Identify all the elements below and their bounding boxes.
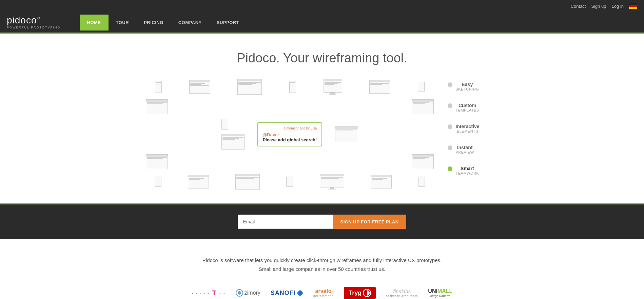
comment-user: Lisa xyxy=(311,126,317,130)
monitor-thumb xyxy=(324,79,342,93)
nav-company[interactable]: COMPANY xyxy=(171,15,209,31)
feature-text-custom: Custom TEMPLATES xyxy=(456,103,479,112)
wf-thumb-r5c xyxy=(235,174,260,190)
unimall-mall: MALL xyxy=(437,288,452,294)
about-text-1: Pidoco is software that lets you quickly… xyxy=(202,257,442,263)
wf-thumb xyxy=(369,80,390,94)
comment-meta: a moment ago by Lisa xyxy=(263,126,317,130)
top-bar: Contact Sign up Log in xyxy=(0,0,644,12)
laptop-row4-left xyxy=(146,154,168,169)
wf-thumb xyxy=(237,79,262,95)
logo-text: pidoco° xyxy=(7,16,61,25)
laptop-row2-right xyxy=(412,99,434,114)
logo-arvato: arvato Bertelsmann xyxy=(313,288,334,298)
wf-thumb-r5f xyxy=(371,175,392,188)
nav-support[interactable]: SUPPORT xyxy=(209,15,247,31)
laptop-row4-right xyxy=(412,154,434,169)
wf-thumb-r5d xyxy=(286,177,293,187)
about-text-2: Small and large companies in over 50 cou… xyxy=(259,266,386,272)
feature-sub-custom: TEMPLATES xyxy=(456,108,479,112)
mobile-r5-3 xyxy=(418,177,425,187)
wf-thumb xyxy=(418,82,425,92)
wf-thumb-r5g xyxy=(418,177,425,187)
signup-button[interactable]: SIGN UP FOR FREE PLAN xyxy=(333,215,406,229)
feature-sub-easy: SKETCHING xyxy=(456,87,479,91)
feature-title-easy: Easy xyxy=(456,82,479,87)
arvato-sub: Bertelsmann xyxy=(313,294,334,298)
laptop-left-bottom xyxy=(221,134,245,150)
feature-custom: Custom TEMPLATES xyxy=(448,100,502,121)
signup-link[interactable]: Sign up xyxy=(591,4,606,9)
laptop-r5 xyxy=(188,175,209,188)
cta-section: SIGN UP FOR FREE PLAN xyxy=(0,204,644,239)
feature-sub-interactive: ELEMENTS xyxy=(456,129,480,133)
sanofi-icon: 🔵 xyxy=(297,290,303,296)
tryg-icon-svg xyxy=(364,290,370,296)
login-link[interactable]: Log in xyxy=(612,4,624,9)
feature-text-instant: Instant PREVIEW xyxy=(456,145,474,154)
feature-smart: Smart TEAMWORK xyxy=(448,163,502,178)
wf-thumb xyxy=(289,81,296,93)
laptop-right-top xyxy=(335,126,358,142)
logo-subtitle: POWERFUL PROTOTYPING xyxy=(7,26,61,29)
email-input[interactable] xyxy=(238,215,333,229)
feature-dot-instant xyxy=(448,145,452,150)
logos-row: · · · · · T · · zimory SANOFI 🔵 arvato B… xyxy=(183,287,461,299)
logo-finnlabs: finnlabs software architects xyxy=(386,288,418,298)
hero-content: a moment ago by Lisa @Dave: Please add g… xyxy=(136,76,509,193)
mobile-r5-2 xyxy=(286,177,293,187)
wf-thumb xyxy=(189,80,210,94)
tryg-text: Tryg xyxy=(349,290,362,297)
language-flag[interactable] xyxy=(629,3,637,9)
features-list: Easy SKETCHING Custom TEMPLATES xyxy=(448,76,502,178)
feature-instant: Instant PREVIEW xyxy=(448,142,502,163)
logo-name: pidoco xyxy=(7,15,37,25)
wf-thumb-r5 xyxy=(155,177,161,187)
feature-easy: Easy SKETCHING xyxy=(448,79,502,100)
hero-section: Pidoco. Your wireframing tool. xyxy=(0,34,644,203)
contact-link[interactable]: Contact xyxy=(571,4,586,9)
mobile-left-top xyxy=(221,119,228,130)
wf-thumb-r5e xyxy=(320,174,344,190)
comment-author: @Dave: xyxy=(263,132,317,137)
laptop-thumb-large xyxy=(237,79,262,95)
feature-dot-smart xyxy=(448,166,452,171)
zimory-label: zimory xyxy=(245,290,260,296)
sanofi-label: SANOFI xyxy=(271,290,296,297)
feature-title-instant: Instant xyxy=(456,145,474,150)
wf-thumb-r5b xyxy=(188,175,209,188)
finnlabs-sub: software architects xyxy=(386,294,418,298)
logo-zimory: zimory xyxy=(236,289,260,297)
feature-dot-easy xyxy=(448,82,452,87)
nav-links: HOME TOUR PRICING COMPANY SUPPORT xyxy=(80,15,247,31)
mobile-thumb xyxy=(155,81,162,93)
nav-tour[interactable]: TOUR xyxy=(109,15,137,31)
nav-home[interactable]: HOME xyxy=(80,15,109,31)
feature-title-interactive: Interactive xyxy=(456,124,480,129)
comment-text: Please add global search! xyxy=(263,137,317,142)
laptop-r5-2 xyxy=(371,175,392,188)
monitor-r5 xyxy=(320,174,344,187)
comment-meta-text: a moment ago by xyxy=(284,126,311,130)
feature-sub-instant: PREVIEW xyxy=(456,150,474,154)
unimall-sub: kluge Rabatte xyxy=(428,294,452,298)
arvato-label: arvato xyxy=(313,288,334,294)
laptop-thumb xyxy=(189,80,210,94)
hero-title: Pidoco. Your wireframing tool. xyxy=(237,51,407,65)
feature-title-smart: Smart xyxy=(456,166,479,171)
nav-pricing[interactable]: PRICING xyxy=(136,15,171,31)
comment-bubble: a moment ago by Lisa @Dave: Please add g… xyxy=(257,122,323,146)
logo-dot: ° xyxy=(37,15,41,25)
logo-tryg: Tryg xyxy=(344,287,376,299)
screens-grid: a moment ago by Lisa @Dave: Please add g… xyxy=(142,76,437,193)
mobile-r5 xyxy=(155,177,161,187)
logo[interactable]: pidoco° POWERFUL PROTOTYPING xyxy=(3,12,66,33)
screen-row-4 xyxy=(142,154,437,169)
mobile-thumb-2 xyxy=(289,81,296,93)
laptop-thumb-3 xyxy=(369,80,390,94)
laptop-row2 xyxy=(146,99,168,114)
mobile-thumb-3 xyxy=(418,82,425,92)
feature-sub-smart: TEAMWORK xyxy=(456,171,479,175)
about-text: Pidoco is software that lets you quickly… xyxy=(183,256,461,273)
unimall-uni: UNI xyxy=(428,288,437,294)
